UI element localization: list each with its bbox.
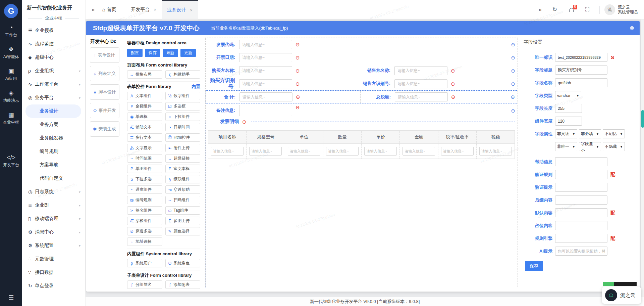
scrollbar-track[interactable] [641,19,644,297]
validate-rule-input[interactable] [555,170,607,179]
sidebar-item-business-trigger[interactable]: 业务触发器 [22,131,85,145]
checkbox-item[interactable]: ☑多选框 [165,102,201,111]
sidebar-item-message-center[interactable]: ⚙消息中心▾ [22,225,85,239]
sidebar-item-mobile-mgmt[interactable]: ▯移动端管理▾ [22,212,85,225]
list-define-button[interactable]: ♫列表定义 [90,66,119,81]
remove-field-icon[interactable]: ⊖ [296,105,300,110]
tax-amount-input[interactable] [479,147,512,156]
sidebar-item-business-platform[interactable]: ◎业务平台▾ [22,91,85,104]
quantity-input[interactable] [326,147,359,156]
transfer-item[interactable]: Æ穿梭组件 [127,217,162,225]
unit-input[interactable] [288,147,320,156]
field-title-input[interactable] [555,65,607,75]
remove-row-icon[interactable]: ⊖ [511,55,515,60]
remove-row-icon[interactable]: ⊖ [511,42,515,47]
unit-price-input[interactable] [364,147,397,156]
expand-tabs-icon[interactable]: » [538,6,541,13]
form-row-invoice-date[interactable]: 开票日期: ⊖ ⊖ [206,51,517,64]
signature-item[interactable]: ≻签名组件 [127,206,162,215]
remove-row-icon[interactable]: ⊖ [511,94,515,99]
user-info[interactable]: 流之云 系统管理员 [618,5,638,15]
invoice-detail-subtable[interactable]: 发票明细 ⊖ 项目名称 规格型号 单位 数量 单价 金额 税率/征收率 税额 [206,121,517,288]
drill-multi-select-item[interactable]: Ð穿透多选 [127,227,162,235]
item-name-input[interactable] [211,147,244,156]
sidebar-item-org[interactable]: ρ企业组织▾ [22,64,85,78]
sidebar-item-process-monitor[interactable]: ∿流程监控 [22,37,85,51]
progress-item[interactable]: ~进度组件 [127,185,162,194]
helper-text-item[interactable]: Æ辅助文本 [127,123,162,131]
html-control-item[interactable]: ⒸHtml控件 [165,133,201,142]
unique-id-input[interactable] [555,53,607,62]
numbering-rule-item[interactable]: œ编号规则 [127,196,162,204]
field-name-input[interactable] [555,78,607,87]
help-info-input[interactable] [555,157,607,166]
readonly-select[interactable]: 非只读▼ [555,129,577,138]
tab-business-design[interactable]: 业务设计× [162,0,198,19]
script-design-button[interactable]: ★脚本设计 [90,84,119,100]
tag-item[interactable]: ωTag组件 [165,206,201,215]
remove-field-icon[interactable]: ⊖ [296,68,300,73]
sidebar-item-log-system[interactable]: ◷日志系统▾ [22,185,85,199]
buyer-tax-id-input[interactable] [239,79,292,88]
display-select[interactable]: 字段显示▼ [579,142,601,151]
spec-model-input[interactable] [249,147,282,156]
memory-select[interactable]: 不记忆▼ [603,129,625,138]
sidebar-item-super-center[interactable]: ◆超级中心 [22,51,85,64]
fullscreen-icon[interactable]: ⛶ [585,6,589,13]
minimized-console-bar[interactable] [603,282,637,286]
seller-tax-id-input[interactable] [394,79,447,88]
update-button[interactable]: 更新 [180,49,196,57]
validate-tip-input[interactable] [555,183,607,192]
scrollbar-thumb[interactable] [641,110,644,128]
remove-field-icon[interactable]: ⊖ [296,55,300,60]
component-width-input[interactable] [555,117,582,126]
remove-field-icon[interactable]: ⊖ [296,94,300,99]
sidebar-item-code-custom[interactable]: 代码自定义 [22,172,85,185]
build-assistant-item[interactable]: ς构建助手 [165,70,201,79]
refresh-button[interactable]: 刷新 [163,49,178,57]
suffix-content-input[interactable] [555,195,607,205]
rail-item-workbench[interactable]: ◔ 工作台 [0,24,22,38]
config-button[interactable]: 配置 [127,49,143,57]
rail-item-ai-app[interactable]: ▣ Ai应用 [0,68,22,82]
datetime-item[interactable]: ◑日期时间 [165,123,201,131]
money-component-item[interactable]: ¥金额组件 [127,102,162,111]
color-picker-item[interactable]: ✎颜色选择 [165,227,201,235]
group-signature-item[interactable]: ʃ分组签名 [127,280,162,289]
invoice-date-input[interactable] [239,53,292,62]
form-design-button[interactable]: ↑表单设计 [90,47,119,63]
collapse-tabs-icon[interactable]: « [92,6,95,13]
sidebar-item-business-design[interactable]: 业务设计 [25,104,81,118]
remove-field-icon[interactable]: ⊖ [451,81,455,86]
amount-input[interactable] [402,147,435,156]
add-subtable-item[interactable]: ʃ添加附表 [165,280,201,289]
remark-textarea[interactable] [239,105,292,116]
form-row-invoice-code[interactable]: 发票代码: ⊖ ⊖ [206,38,517,51]
text-component-item[interactable]: A文本组件 [127,92,162,100]
form-row-remark[interactable]: 备注信息: ⊖ ⊖ [206,103,517,118]
time-range-item[interactable]: ≈时间范围 [127,154,162,163]
system-role-item[interactable]: Θ系统角色 [165,259,201,267]
buyer-name-input[interactable] [239,66,292,75]
remove-field-icon[interactable]: ⊖ [451,94,455,99]
sidebar-item-workflow[interactable]: ∿工作流平台▾ [22,78,85,91]
remove-row-icon[interactable]: ⊖ [511,81,515,86]
remove-row-icon[interactable]: ⊖ [511,108,515,113]
chat-widget[interactable]: ☺ 流之云 [602,287,641,304]
sidebar-item-api-data[interactable]: ∵接口数据 [22,266,85,279]
remove-field-icon[interactable]: ⊖ [296,42,300,47]
sidebar-item-system-config[interactable]: ⚙系统配置▾ [22,239,85,252]
address-picker-item[interactable]: ↓地址选择 [127,237,162,246]
drill-help-item[interactable]: ↝穿透帮助 [165,185,201,194]
attachment-upload-item[interactable]: ➼附件上传 [165,144,201,152]
total-tax-input[interactable] [395,92,448,101]
notifications-bell-icon[interactable]: 5 [569,7,574,12]
multi-select-dropdown-item[interactable]: S下拉多选 [127,175,162,183]
app-logo[interactable]: G [4,4,18,18]
field-length-input[interactable] [555,104,582,113]
sidebar-item-auth[interactable]: ☰企业授权 [22,24,85,37]
form-row-buyer-name[interactable]: 购买方名称: ⊖ 销售方名称: ⊖ ⊖ [206,64,517,77]
sidebar-item-metadata[interactable]: ∴元数管理 [22,252,85,266]
required-select[interactable]: 非必填▼ [579,129,601,138]
remove-subtable-icon[interactable]: ⊖ [242,119,247,124]
